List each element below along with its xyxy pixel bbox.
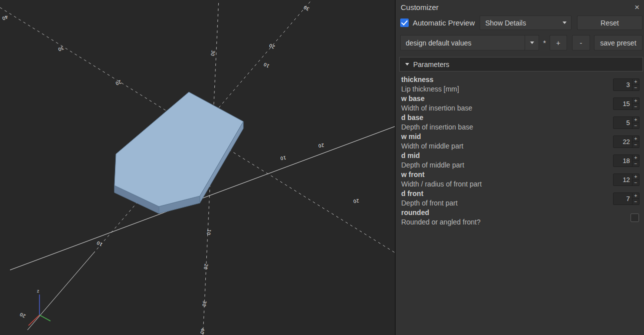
chevron-down-icon xyxy=(563,22,567,24)
parameter-labels: d front Depth of front part xyxy=(401,189,613,208)
spin-up-button[interactable]: + xyxy=(633,117,639,123)
parameter-name: w front xyxy=(401,170,613,180)
axis-tick-label: 10 xyxy=(263,62,270,68)
parameter-row: w base Width of insertion base 15+− xyxy=(396,94,644,113)
parameter-value[interactable]: 22 xyxy=(614,136,632,148)
add-preset-button[interactable]: + xyxy=(550,35,567,50)
remove-preset-button[interactable]: - xyxy=(572,35,590,50)
reset-button[interactable]: Reset xyxy=(577,16,643,30)
preset-value: design default values xyxy=(401,39,525,47)
parameter-spinbox[interactable]: 5+− xyxy=(613,116,640,129)
automatic-preview-checkbox[interactable] xyxy=(400,18,409,27)
parameters-list: thickness Lip thickness [mm] 3+− w base … xyxy=(396,73,644,227)
parameter-name: d mid xyxy=(401,151,613,160)
axis-tick-label: 20 xyxy=(318,142,324,148)
preset-dropdown[interactable]: design default values xyxy=(400,35,539,50)
parameter-labels: w front Width / radius of front part xyxy=(401,170,613,189)
parameter-description: Width of middle part xyxy=(401,142,613,151)
spinner-buttons: +− xyxy=(632,117,639,128)
panel-title: Customizer xyxy=(401,3,439,12)
3d-model[interactable] xyxy=(114,92,243,214)
axis-tick-label: 30 xyxy=(201,300,207,307)
axis-tick-label: 10 xyxy=(280,155,286,161)
axis-tick-label: 20 xyxy=(115,79,122,86)
parameter-value[interactable]: 3 xyxy=(614,79,632,90)
customizer-panel: Customizer × Automatic Preview Show Deta… xyxy=(395,0,644,335)
parameter-row: w front Width / radius of front part 12+… xyxy=(396,170,644,189)
spin-down-button[interactable]: − xyxy=(633,199,639,204)
preset-dropdown-arrow[interactable] xyxy=(525,36,539,50)
parameter-value[interactable]: 18 xyxy=(614,155,632,166)
axis-tick-label: 10 xyxy=(206,229,212,236)
parameter-description: Depth of front part xyxy=(401,198,613,208)
parameter-labels: thickness Lip thickness [mm] xyxy=(401,75,613,94)
spin-up-button[interactable]: + xyxy=(633,174,639,180)
collapse-triangle-icon xyxy=(405,63,409,66)
preset-row: design default values * + - save preset xyxy=(396,32,644,52)
parameter-description: Rounded or angled front? xyxy=(401,218,631,227)
spin-up-button[interactable]: + xyxy=(633,193,639,199)
axis-tick-label: 20 xyxy=(268,42,276,50)
parameter-row: rounded Rounded or angled front? xyxy=(396,208,644,227)
spinner-buttons: +− xyxy=(632,79,639,90)
spin-down-button[interactable]: − xyxy=(633,142,639,148)
spinner-buttons: +− xyxy=(632,193,639,204)
preview-row: Automatic Preview Show Details Reset xyxy=(396,13,644,32)
spin-up-button[interactable]: + xyxy=(633,98,639,104)
spinner-buttons: +− xyxy=(632,136,639,148)
spin-down-button[interactable]: − xyxy=(633,104,639,110)
axis-tick-label: 10 xyxy=(96,240,103,247)
parameter-spinbox[interactable]: 12+− xyxy=(613,174,640,186)
chevron-down-icon xyxy=(530,42,534,44)
parameter-labels: rounded Rounded or angled front? xyxy=(401,208,631,227)
parameter-checkbox[interactable] xyxy=(631,214,639,222)
spin-up-button[interactable]: + xyxy=(633,79,639,85)
spin-up-button[interactable]: + xyxy=(633,136,639,142)
parameters-group-label: Parameters xyxy=(413,60,449,68)
parameter-spinbox[interactable]: 7+− xyxy=(613,192,640,205)
show-details-dropdown[interactable]: Show Details xyxy=(480,16,572,30)
parameter-spinbox[interactable]: 15+− xyxy=(613,98,640,110)
axis-tick-label: 30 xyxy=(303,4,310,12)
spin-down-button[interactable]: − xyxy=(633,180,639,186)
spin-down-button[interactable]: − xyxy=(633,123,639,128)
preset-modified-indicator: * xyxy=(543,38,546,47)
parameter-name: thickness xyxy=(401,75,613,84)
z-axis-label: z xyxy=(37,289,39,294)
parameter-name: w base xyxy=(401,94,613,104)
show-details-value: Show Details xyxy=(480,19,561,27)
parameters-group-header[interactable]: Parameters xyxy=(399,57,643,72)
parameter-value[interactable]: 12 xyxy=(614,174,632,186)
parameter-labels: w mid Width of middle part xyxy=(401,132,613,151)
parameter-value[interactable]: 15 xyxy=(614,98,632,110)
openscad-window: 40302030201030102030401020201020 z Custo… xyxy=(0,0,644,335)
parameter-row: w mid Width of middle part 22+− xyxy=(396,132,644,151)
axis-tick-label: 30 xyxy=(57,45,65,52)
close-icon[interactable]: × xyxy=(634,3,641,12)
parameter-value[interactable]: 5 xyxy=(614,117,632,128)
parameter-spinbox[interactable]: 18+− xyxy=(613,154,640,167)
parameter-spinbox[interactable]: 22+− xyxy=(613,136,640,148)
parameter-description: Lip thickness [mm] xyxy=(401,84,613,94)
3d-viewport[interactable]: 40302030201030102030401020201020 z xyxy=(0,0,395,335)
3d-scene: 40302030201030102030401020201020 z xyxy=(0,0,395,335)
spin-down-button[interactable]: − xyxy=(633,85,639,90)
parameter-labels: d mid Depth of middle part xyxy=(401,151,613,170)
axis-tick-label: 40 xyxy=(1,14,9,21)
parameter-row: d base Depth of insertion base 5+− xyxy=(396,113,644,132)
parameter-value[interactable]: 7 xyxy=(614,193,632,204)
parameter-row: d front Depth of front part 7+− xyxy=(396,189,644,208)
parameter-name: d base xyxy=(401,113,613,122)
axis-tick-label: 20 xyxy=(203,264,209,270)
parameter-description: Width of insertion base xyxy=(401,104,613,113)
parameter-row: thickness Lip thickness [mm] 3+− xyxy=(396,75,644,94)
spinner-buttons: +− xyxy=(632,155,639,166)
parameter-spinbox[interactable]: 3+− xyxy=(613,78,640,91)
spin-up-button[interactable]: + xyxy=(633,155,639,161)
spin-down-button[interactable]: − xyxy=(633,161,639,166)
spinner-buttons: +− xyxy=(632,174,639,186)
customizer-titlebar: Customizer × xyxy=(396,0,644,13)
axis-tick-label: 30 xyxy=(210,50,216,56)
parameter-labels: w base Width of insertion base xyxy=(401,94,613,113)
save-preset-button[interactable]: save preset xyxy=(594,35,643,50)
